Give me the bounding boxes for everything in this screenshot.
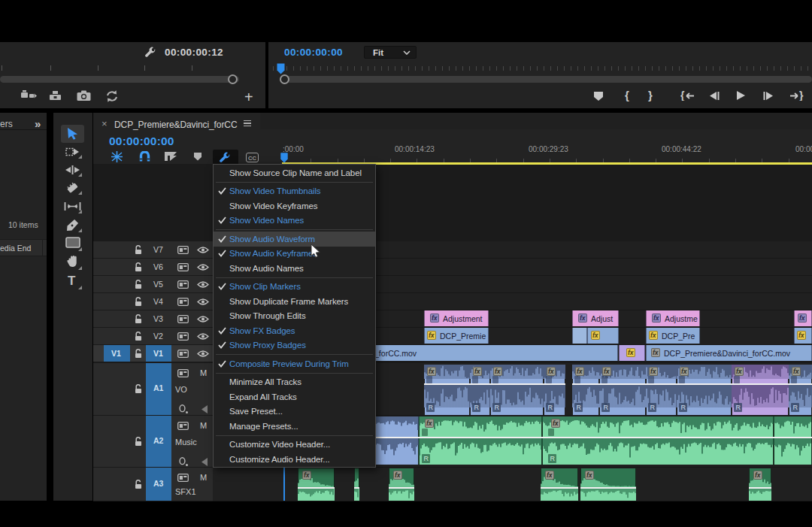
- svg-text:{: {: [680, 91, 685, 101]
- svg-text:}: }: [799, 91, 804, 101]
